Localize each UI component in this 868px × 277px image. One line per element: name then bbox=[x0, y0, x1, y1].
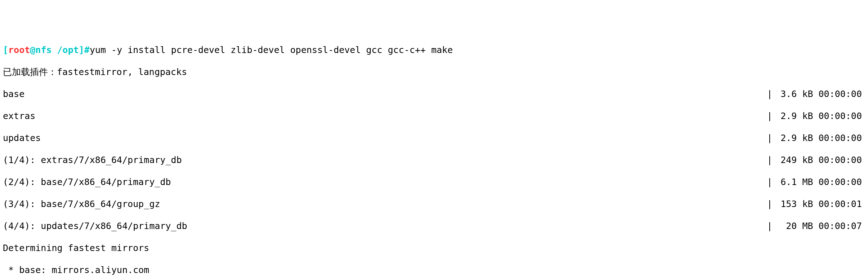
download-sep: | bbox=[764, 221, 775, 231]
prompt-space bbox=[52, 45, 57, 55]
mirror-line: * base: mirrors.aliyun.com bbox=[3, 265, 867, 276]
download-size: 2.9 kB bbox=[775, 133, 813, 144]
download-row: extras|2.9 kB00:00:00 bbox=[3, 111, 867, 122]
download-row: (3/4): base/7/x86_64/group_gz|153 kB00:0… bbox=[3, 199, 867, 210]
download-left: extras bbox=[3, 111, 35, 122]
download-size: 3.6 kB bbox=[775, 89, 813, 100]
download-left: (4/4): updates/7/x86_64/primary_db bbox=[3, 221, 187, 232]
prompt-open-bracket: [ bbox=[3, 45, 8, 55]
download-row: (4/4): updates/7/x86_64/primary_db| 20 M… bbox=[3, 221, 867, 232]
download-time: 00:00:07 bbox=[813, 221, 868, 232]
download-size: 153 kB bbox=[775, 199, 813, 210]
prompt-close-bracket: ] bbox=[79, 45, 84, 55]
download-sep: | bbox=[764, 111, 775, 121]
plugins-line: 已加载插件：fastestmirror, langpacks bbox=[3, 67, 867, 78]
prompt-user: root bbox=[8, 45, 30, 55]
download-right: |2.9 kB00:00:00 bbox=[764, 111, 867, 122]
download-left: (3/4): base/7/x86_64/group_gz bbox=[3, 199, 160, 210]
download-right: |2.9 kB00:00:00 bbox=[764, 133, 867, 144]
download-time: 00:00:00 bbox=[813, 133, 868, 144]
download-size: 6.1 MB bbox=[775, 177, 813, 188]
download-time: 00:00:01 bbox=[813, 199, 868, 210]
download-row: base|3.6 kB00:00:00 bbox=[3, 89, 867, 100]
command-text: yum -y install pcre-devel zlib-devel ope… bbox=[90, 45, 453, 55]
download-sep: | bbox=[764, 155, 775, 165]
download-time: 00:00:00 bbox=[813, 111, 868, 122]
download-time: 00:00:00 bbox=[813, 155, 868, 166]
download-sep: | bbox=[764, 89, 775, 99]
prompt-hash: # bbox=[84, 45, 90, 55]
download-time: 00:00:00 bbox=[813, 177, 868, 188]
download-right: |3.6 kB00:00:00 bbox=[764, 89, 867, 100]
prompt-cwd: /opt bbox=[57, 45, 79, 55]
download-time: 00:00:00 bbox=[813, 89, 868, 100]
download-row: (1/4): extras/7/x86_64/primary_db|249 kB… bbox=[3, 155, 867, 166]
download-left: (1/4): extras/7/x86_64/primary_db bbox=[3, 155, 182, 166]
download-row: (2/4): base/7/x86_64/primary_db|6.1 MB00… bbox=[3, 177, 867, 188]
download-left: updates bbox=[3, 133, 41, 144]
download-sep: | bbox=[764, 199, 775, 209]
download-size: 20 MB bbox=[775, 221, 813, 232]
download-sep: | bbox=[764, 177, 775, 187]
download-right: |6.1 MB00:00:00 bbox=[764, 177, 867, 188]
download-size: 2.9 kB bbox=[775, 111, 813, 122]
download-size: 249 kB bbox=[775, 155, 813, 166]
download-right: |249 kB00:00:00 bbox=[764, 155, 867, 166]
download-right: | 20 MB00:00:07 bbox=[764, 221, 867, 232]
download-left: base bbox=[3, 89, 24, 100]
download-right: |153 kB00:00:01 bbox=[764, 199, 867, 210]
prompt-host: nfs bbox=[35, 45, 52, 55]
determining-line: Determining fastest mirrors bbox=[3, 243, 867, 254]
download-row: updates|2.9 kB00:00:00 bbox=[3, 133, 867, 144]
prompt-line: [root@nfs /opt]#yum -y install pcre-deve… bbox=[3, 45, 867, 56]
prompt-at: @ bbox=[30, 45, 35, 55]
download-left: (2/4): base/7/x86_64/primary_db bbox=[3, 177, 171, 188]
download-sep: | bbox=[764, 133, 775, 143]
